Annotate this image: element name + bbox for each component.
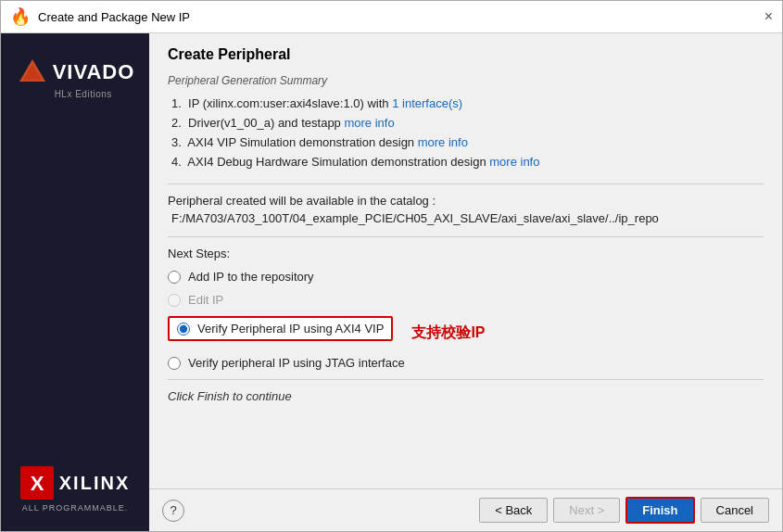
summary-item-3: 3. AXI4 VIP Simulation demonstration des… bbox=[168, 135, 764, 149]
title-bar: 🔥 Create and Package New IP × bbox=[1, 1, 782, 33]
xilinx-text: XILINX bbox=[59, 473, 130, 494]
summary-item-1: 1. IP (xilinx.com:user:axi4slave:1.0) wi… bbox=[168, 96, 764, 110]
page-title: Create Peripheral bbox=[168, 46, 764, 63]
close-button[interactable]: × bbox=[764, 9, 773, 24]
xilinx-icon: X bbox=[20, 466, 54, 500]
interface-link[interactable]: 1 interface(s) bbox=[392, 96, 462, 110]
vip-more-info-link[interactable]: more info bbox=[418, 135, 468, 149]
app-icon: 🔥 bbox=[10, 6, 31, 27]
catalog-path: F:/MA703/A703_100T/04_example_PCIE/CH05_… bbox=[168, 211, 764, 225]
vivado-brand: VIVADO HLx Editions bbox=[16, 56, 135, 99]
vivado-sublabel: HLx Editions bbox=[55, 89, 112, 99]
dialog-body: VIVADO HLx Editions X XILINX ALL PROGRAM… bbox=[1, 33, 782, 531]
back-button[interactable]: < Back bbox=[479, 498, 548, 523]
radio-verify-jtag-input[interactable] bbox=[168, 357, 181, 370]
summary-item-2: 2. Driver(v1_00_a) and testapp more info bbox=[168, 116, 764, 130]
divider-1 bbox=[168, 184, 764, 184]
help-button[interactable]: ? bbox=[162, 500, 184, 522]
summary-item-4: 4. AXI4 Debug Hardware Simulation demons… bbox=[168, 155, 764, 169]
footer-left: ? bbox=[162, 500, 184, 522]
annotation-text: 支持校验IP bbox=[411, 323, 485, 343]
sidebar: VIVADO HLx Editions X XILINX ALL PROGRAM… bbox=[1, 33, 149, 531]
radio-add-ip-input[interactable] bbox=[168, 271, 181, 284]
radio-verify-axi4-input[interactable] bbox=[177, 323, 190, 336]
radio-verify-jtag-label: Verify peripheral IP using JTAG interfac… bbox=[188, 356, 405, 370]
radio-verify-jtag-option[interactable]: Verify peripheral IP using JTAG interfac… bbox=[168, 356, 764, 370]
radio-edit-ip-option[interactable]: Edit IP bbox=[168, 293, 764, 307]
cancel-button[interactable]: Cancel bbox=[701, 498, 769, 523]
xilinx-tagline: ALL PROGRAMMABLE. bbox=[22, 503, 129, 513]
click-finish-text: Click Finish to continue bbox=[168, 389, 292, 403]
finish-button[interactable]: Finish bbox=[625, 497, 694, 524]
vivado-logo-icon bbox=[16, 56, 49, 89]
radio-edit-ip-input bbox=[168, 294, 181, 307]
radio-verify-axi4-label: Verify Peripheral IP using AXI4 VIP bbox=[197, 322, 384, 336]
divider-2 bbox=[168, 236, 764, 237]
driver-more-info-link[interactable]: more info bbox=[344, 116, 394, 130]
section-title: Peripheral Generation Summary bbox=[168, 74, 764, 87]
footer: ? < Back Next > Finish Cancel bbox=[149, 488, 782, 531]
catalog-section: Peripheral created will be available in … bbox=[168, 194, 764, 225]
radio-add-ip-option[interactable]: Add IP to the repository bbox=[168, 270, 764, 284]
dialog-window: 🔥 Create and Package New IP × VIVADO HLx… bbox=[0, 0, 783, 532]
footer-right: < Back Next > Finish Cancel bbox=[479, 497, 769, 524]
divider-3 bbox=[168, 379, 764, 380]
radio-add-ip-label: Add IP to the repository bbox=[188, 270, 314, 284]
next-steps-label: Next Steps: bbox=[168, 247, 764, 260]
jtag-more-info-link[interactable]: more info bbox=[489, 155, 539, 169]
next-button[interactable]: Next > bbox=[553, 498, 620, 523]
xilinx-section: X XILINX ALL PROGRAMMABLE. bbox=[20, 466, 130, 513]
catalog-label: Peripheral created will be available in … bbox=[168, 194, 764, 208]
summary-list: 1. IP (xilinx.com:user:axi4slave:1.0) wi… bbox=[168, 96, 764, 169]
dialog-title: Create and Package New IP bbox=[38, 10, 757, 24]
vivado-text: VIVADO bbox=[53, 60, 135, 84]
main-content-inner: Create Peripheral Peripheral Generation … bbox=[149, 33, 782, 412]
radio-verify-axi4-option[interactable]: Verify Peripheral IP using AXI4 VIP bbox=[168, 316, 393, 341]
main-scroll-area[interactable]: Create Peripheral Peripheral Generation … bbox=[149, 33, 782, 488]
content-area: Create Peripheral Peripheral Generation … bbox=[149, 33, 782, 531]
radio-edit-ip-label: Edit IP bbox=[188, 293, 223, 307]
xilinx-logo: X XILINX bbox=[20, 466, 130, 500]
svg-text:X: X bbox=[30, 472, 44, 495]
click-finish-row: Click Finish to continue bbox=[168, 389, 764, 403]
